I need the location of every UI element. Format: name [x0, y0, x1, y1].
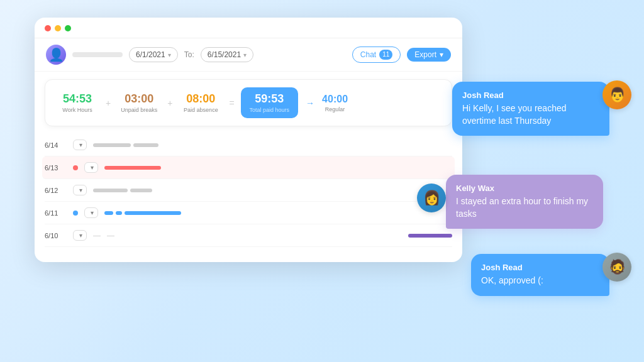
- avatar-josh-2: 🧔: [602, 253, 631, 282]
- toolbar: 👤 6/1/2021 ▾ To: 6/15/2021 ▾ Chat 11 Exp…: [35, 38, 462, 72]
- total-paid-box: 59:53 Total paid hours: [241, 87, 299, 118]
- chevron-down-icon: ▾: [79, 141, 82, 148]
- empty-dash: —: [107, 231, 114, 240]
- browser-window: 👤 6/1/2021 ▾ To: 6/15/2021 ▾ Chat 11 Exp…: [35, 18, 462, 262]
- export-label: Export: [414, 50, 436, 59]
- row-bars: [104, 166, 455, 170]
- table-row: 6/14 ▾: [45, 134, 452, 156]
- paid-absence-item: 08:00 Paid absence: [179, 92, 223, 113]
- export-button[interactable]: Export ▾: [407, 48, 451, 62]
- date-from-label: 6/1/2021: [136, 50, 165, 59]
- regular-time: 40:00: [322, 94, 348, 105]
- time-bar: [93, 143, 131, 147]
- time-bar-blue: [116, 211, 122, 215]
- summary-bar: 54:53 Work Hours + 03:00 Unpaid breaks +…: [45, 79, 452, 126]
- chevron-down-icon: ▾: [91, 164, 94, 171]
- date-to-picker[interactable]: 6/15/2021 ▾: [201, 47, 253, 62]
- total-paid-label: Total paid hours: [250, 107, 290, 113]
- chat-bubble-josh-2: Josh Read OK, approved (:: [471, 254, 609, 296]
- chat-button[interactable]: Chat 11: [352, 47, 401, 63]
- row-bars: [93, 143, 452, 147]
- chat-sender: Josh Read: [481, 263, 599, 272]
- close-dot[interactable]: [45, 25, 51, 31]
- time-table: 6/14 ▾ 6/13 ▾ 6/12: [35, 134, 462, 247]
- row-date: 6/13: [45, 164, 67, 172]
- row-date: 6/10: [45, 232, 67, 239]
- total-paid-time: 59:53: [255, 92, 284, 106]
- chat-badge: 11: [379, 50, 392, 60]
- row-date: 6/14: [45, 141, 67, 149]
- chat-sender: Kelly Wax: [456, 184, 593, 193]
- row-select[interactable]: ▾: [84, 162, 98, 173]
- time-bar-red: [104, 166, 161, 170]
- chat-sender: Josh Read: [462, 90, 599, 100]
- plus-icon-1: +: [106, 98, 111, 108]
- time-bar: [133, 143, 158, 147]
- chevron-down-icon: ▾: [79, 232, 82, 239]
- alert-dot: [73, 165, 78, 170]
- table-row: 6/10 ▾ — —: [45, 224, 452, 247]
- empty-dash: —: [93, 231, 101, 240]
- table-row: 6/11 ▾: [45, 202, 452, 224]
- date-to-label: 6/15/2021: [208, 50, 241, 59]
- user-avatar: 👤: [46, 45, 66, 65]
- username-bar: [72, 52, 123, 57]
- arrow-icon: →: [306, 98, 314, 108]
- paid-absence-time: 08:00: [186, 92, 215, 106]
- regular-label: Regular: [325, 106, 345, 112]
- plus-icon-2: +: [167, 98, 172, 108]
- table-row: 6/12 ▾: [45, 179, 452, 202]
- time-bar-purple: [408, 234, 452, 238]
- chat-bubble-josh-1: Josh Read Hi Kelly, I see you reached ov…: [452, 82, 609, 136]
- time-bar: [93, 189, 128, 192]
- time-bar-blue: [125, 211, 181, 215]
- info-dot: [73, 211, 78, 216]
- chat-label: Chat: [360, 50, 376, 59]
- row-select[interactable]: ▾: [73, 185, 87, 195]
- chevron-down-icon: ▾: [91, 209, 94, 216]
- date-to-chevron: ▾: [243, 52, 247, 58]
- time-bar: [130, 189, 152, 192]
- paid-absence-label: Paid absence: [184, 107, 218, 113]
- row-bars: [104, 211, 452, 215]
- avatar-josh-1: 👨: [602, 80, 631, 109]
- row-select[interactable]: ▾: [73, 140, 87, 150]
- row-date: 6/11: [45, 209, 67, 217]
- work-hours-label: Work Hours: [62, 107, 92, 113]
- unpaid-breaks-item: 03:00 Unpaid breaks: [117, 92, 161, 113]
- to-label: To:: [184, 50, 194, 59]
- regular-item: 40:00 Regular: [322, 94, 348, 112]
- window-controls: [45, 25, 71, 31]
- fullscreen-dot[interactable]: [65, 25, 71, 31]
- row-bars: [93, 189, 452, 192]
- unpaid-breaks-label: Unpaid breaks: [121, 107, 157, 113]
- chevron-down-icon: ▾: [79, 187, 82, 194]
- browser-titlebar: [35, 18, 462, 38]
- row-select[interactable]: ▾: [73, 230, 87, 241]
- export-chevron-icon: ▾: [440, 50, 443, 59]
- unpaid-breaks-time: 03:00: [125, 92, 153, 106]
- date-from-picker[interactable]: 6/1/2021 ▾: [129, 47, 178, 62]
- work-hours-item: 54:53 Work Hours: [55, 92, 99, 113]
- chat-bubble-kelly: Kelly Wax I stayed an extra hour to fini…: [446, 175, 603, 229]
- table-row-highlighted: 6/13 ▾: [42, 156, 455, 179]
- chat-text: OK, approved (:: [481, 275, 599, 287]
- avatar-kelly: 👩: [417, 184, 446, 212]
- equals-icon: =: [229, 98, 234, 108]
- row-select[interactable]: ▾: [84, 207, 98, 218]
- row-date: 6/12: [45, 187, 67, 194]
- minimize-dot[interactable]: [55, 25, 61, 31]
- time-bar-blue: [104, 211, 113, 215]
- chat-text: Hi Kelly, I see you reached overtime las…: [462, 102, 599, 127]
- work-hours-time: 54:53: [63, 92, 92, 106]
- date-from-chevron: ▾: [168, 52, 171, 58]
- chat-text: I stayed an extra hour to finish my task…: [456, 195, 593, 220]
